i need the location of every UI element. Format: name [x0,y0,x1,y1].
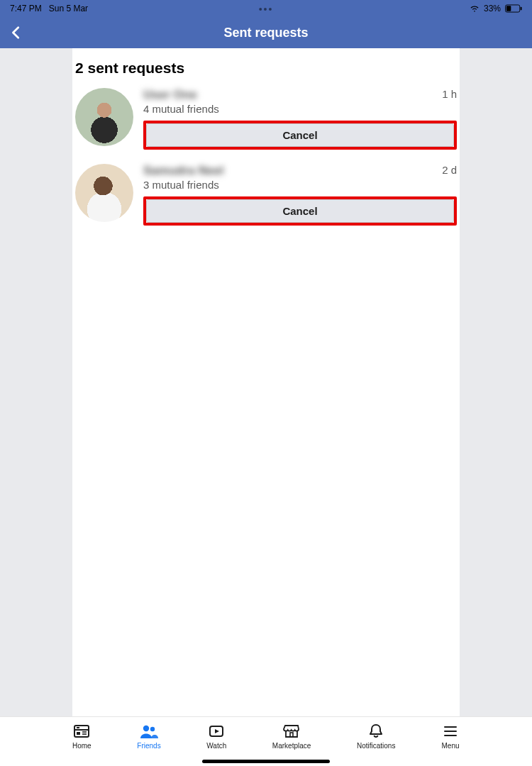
content-wrapper: 2 sent requests User One 1 h 4 mutual fr… [0,48,532,716]
highlight-box: Cancel [143,121,457,150]
tab-bar: Home Friends Watch Marketplace Notificat… [0,716,532,766]
tab-label: Marketplace [272,742,311,750]
bell-icon [367,723,385,740]
tab-notifications[interactable]: Notifications [357,723,395,750]
battery-icon [505,4,522,13]
tab-label: Home [72,742,92,750]
home-indicator[interactable] [202,760,330,763]
back-button[interactable] [9,25,24,40]
request-row: User One 1 h 4 mutual friends Cancel [72,84,460,160]
tab-watch[interactable]: Watch [206,723,226,750]
svg-rect-8 [77,732,80,735]
avatar[interactable] [75,164,133,222]
section-title: 2 sent requests [72,54,460,84]
status-date: Sun 5 Mar [49,4,88,13]
mutual-friends-label: 3 mutual friends [143,179,457,191]
battery-percentage: 33% [484,4,501,13]
watch-icon [207,723,226,740]
cancel-button[interactable]: Cancel [146,199,454,223]
wifi-icon [470,4,480,13]
tab-label: Friends [137,742,160,750]
cancel-button[interactable]: Cancel [146,123,454,147]
header-bar: Sent requests [0,17,532,48]
tab-label: Notifications [357,742,395,750]
tab-friends[interactable]: Friends [137,723,160,750]
request-row: Samudra Neel 2 d 3 mutual friends Cancel [72,160,460,235]
svg-point-10 [150,727,155,731]
svg-rect-1 [506,6,511,11]
friends-icon [140,723,158,740]
multitask-indicator-icon: ••• [259,4,274,15]
mutual-friends-label: 4 mutual friends [143,103,457,115]
request-time: 1 h [442,88,457,100]
page-title: Sent requests [0,26,532,40]
svg-rect-2 [521,7,522,11]
menu-icon [441,723,460,740]
tab-home[interactable]: Home [72,723,92,750]
svg-rect-5 [77,727,79,728]
status-time: 7:47 PM [10,4,42,13]
request-time: 2 d [442,164,457,176]
status-bar: 7:47 PM Sun 5 Mar ••• 33% [0,0,532,17]
tab-label: Menu [441,742,459,750]
request-name[interactable]: User One [143,88,197,102]
content-panel: 2 sent requests User One 1 h 4 mutual fr… [72,48,460,716]
request-name[interactable]: Samudra Neel [143,164,223,178]
avatar[interactable] [75,88,133,146]
tab-label: Watch [206,742,226,750]
svg-point-9 [143,726,149,731]
marketplace-icon [282,723,301,740]
home-icon [72,723,91,740]
tab-menu[interactable]: Menu [441,723,460,750]
svg-rect-12 [290,733,293,737]
tab-marketplace[interactable]: Marketplace [272,723,311,750]
highlight-box: Cancel [143,196,457,226]
